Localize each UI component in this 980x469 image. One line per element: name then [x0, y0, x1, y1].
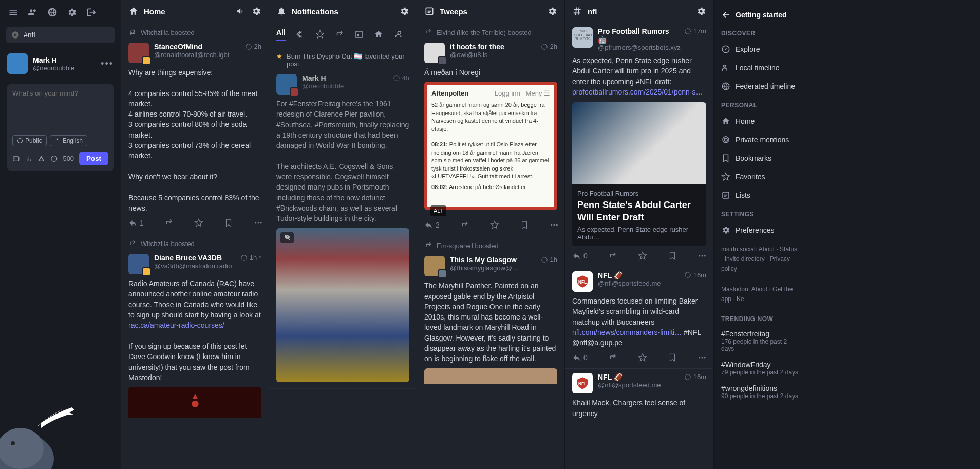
user-handle[interactable]: @va3db@mastodon.radio [154, 262, 235, 270]
language-pill[interactable]: English [50, 135, 87, 146]
announce-icon[interactable] [236, 6, 246, 16]
profile-menu-icon[interactable]: ••• [101, 59, 114, 69]
post-image[interactable]: AftenpoſtenLogg inn Meny ☰ 52 år gammel … [424, 82, 557, 210]
link-preview[interactable]: Pro Football Rumors Penn State's Abdul C… [572, 102, 706, 246]
nav-local[interactable]: Local timeline [718, 59, 802, 77]
display-name[interactable]: Pro Football Rumors 🤖 [598, 27, 679, 44]
menu-icon[interactable] [8, 7, 18, 17]
boost-button[interactable] [608, 251, 617, 260]
avatar[interactable]: PROFOOTBALLRUMORS [572, 27, 593, 48]
emoji-icon[interactable] [50, 154, 58, 163]
footer-links-2[interactable]: Mastodon: About · Get the app · Ke [718, 279, 802, 309]
favorite-button[interactable] [194, 218, 203, 228]
post-image[interactable] [424, 368, 557, 384]
trend-item[interactable]: #wrongdefinitions90 people in the past 2… [718, 380, 802, 404]
timestamp[interactable]: 16m [693, 373, 706, 381]
avatar[interactable] [7, 53, 28, 74]
compose-textarea[interactable] [12, 89, 108, 130]
display-name[interactable]: it hoots for thee [450, 43, 536, 51]
display-name[interactable]: Diane Bruce VA3DB [154, 254, 235, 262]
more-button[interactable] [698, 251, 707, 260]
nav-mentions[interactable]: Private mentions [718, 130, 802, 149]
timestamp[interactable]: 16m [693, 271, 706, 279]
logout-icon[interactable] [86, 7, 97, 17]
timestamp[interactable]: 1h [550, 256, 557, 264]
user-handle[interactable]: @pfrumors@sportsbots.xyz [598, 44, 679, 51]
user-handle[interactable]: @ronaldtootall@tech.lgbt [154, 51, 240, 59]
avatar[interactable] [128, 43, 149, 63]
timestamp[interactable]: 1h * [250, 254, 261, 261]
cw-icon[interactable] [37, 154, 45, 163]
post-link[interactable]: nfl.com/news/commanders-limiti… [572, 328, 682, 336]
more-button[interactable] [698, 353, 707, 362]
display-name[interactable]: NFL 🏈 [598, 271, 679, 279]
avatar[interactable] [424, 256, 445, 276]
nav-federated[interactable]: Federated timeline [718, 77, 802, 96]
clear-icon[interactable] [11, 31, 20, 39]
trend-item[interactable]: #Fensterfreitag176 people in the past 2 … [718, 326, 802, 357]
more-button[interactable] [254, 218, 263, 228]
reply-button[interactable]: 0 [572, 353, 588, 362]
timestamp[interactable]: 17m [693, 27, 706, 35]
favorites-tab-icon[interactable] [315, 30, 325, 39]
nav-preferences[interactable]: Preferences [718, 221, 802, 239]
trend-item[interactable]: #WindowFriday79 people in the past 2 day… [718, 357, 802, 380]
timestamp[interactable]: 4h [402, 74, 409, 82]
timestamp[interactable]: 2h [254, 43, 261, 50]
display-name[interactable]: Mark H [302, 74, 388, 82]
settings-icon[interactable] [696, 6, 706, 16]
reply-button[interactable]: 1 [128, 218, 144, 228]
visibility-pill[interactable]: Public [12, 135, 47, 146]
boosts-tab-icon[interactable] [335, 30, 344, 39]
people-icon[interactable] [28, 7, 38, 17]
globe-icon[interactable] [47, 7, 58, 17]
bookmark-button[interactable] [520, 220, 529, 230]
user-handle[interactable]: @owl@u8.is [450, 51, 536, 59]
post-image[interactable] [128, 387, 261, 418]
avatar[interactable]: NFL [572, 271, 593, 292]
nav-explore[interactable]: Explore [718, 40, 802, 59]
alt-badge[interactable]: ALT [430, 205, 446, 216]
search-bar[interactable]: #nfl [6, 27, 115, 43]
attach-image-icon[interactable] [12, 154, 20, 163]
display-name[interactable]: StanceOfMind [154, 43, 240, 51]
post-button[interactable]: Post [79, 152, 108, 165]
avatar[interactable] [128, 254, 149, 274]
display-name[interactable]: This Is My Glasgow [450, 256, 536, 264]
avatar[interactable] [276, 74, 297, 95]
back-arrow-icon[interactable] [721, 10, 730, 20]
favorite-button[interactable] [638, 251, 647, 260]
follow-tab-icon[interactable] [393, 30, 403, 39]
user-handle[interactable]: @nfl@sportsfeed.me [598, 381, 679, 389]
post-link[interactable]: rac.ca/amateur-radio-courses/ [128, 321, 224, 329]
tab-all[interactable]: All [276, 28, 286, 41]
poll-tab-icon[interactable] [354, 30, 364, 39]
gear-icon[interactable] [67, 7, 77, 17]
favorite-button[interactable] [490, 220, 499, 230]
nav-home[interactable]: Home [718, 112, 802, 130]
poll-icon[interactable] [25, 154, 33, 163]
settings-icon[interactable] [547, 6, 557, 16]
nav-bookmarks[interactable]: Bookmarks [718, 149, 802, 167]
post-link[interactable]: profootballrumors.com/2025/01/penn-s… [572, 88, 703, 96]
more-button[interactable] [550, 220, 559, 230]
user-handle[interactable]: @nfl@sportsfeed.me [598, 279, 679, 287]
bookmark-button[interactable] [668, 251, 677, 260]
reply-button[interactable]: 0 [572, 251, 588, 260]
avatar[interactable]: NFL [572, 373, 593, 393]
avatar[interactable] [424, 43, 445, 63]
boost-button[interactable] [608, 353, 617, 362]
user-handle[interactable]: @thisismyglasgow@... [450, 264, 536, 272]
user-handle[interactable]: @neonbubble [302, 82, 388, 90]
home-tab-icon[interactable] [374, 30, 383, 39]
post-image[interactable] [276, 228, 409, 382]
timestamp[interactable]: 2h [550, 43, 557, 50]
settings-icon[interactable] [399, 6, 409, 16]
hide-media-icon[interactable] [280, 232, 294, 243]
nav-back-header[interactable]: Getting started [718, 6, 802, 24]
favorite-button[interactable] [638, 353, 647, 362]
footer-links-1[interactable]: mstdn.social: About · Status · Invite di… [718, 239, 802, 279]
settings-icon[interactable] [251, 6, 261, 16]
nav-favorites[interactable]: Favorites [718, 167, 802, 186]
reply-button[interactable]: 2 [424, 220, 440, 230]
